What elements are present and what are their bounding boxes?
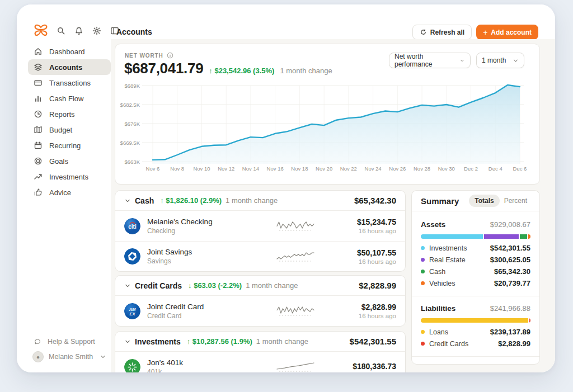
app-window: Accounts Refresh all + Add account Dashb… <box>17 4 555 372</box>
amex-logo: AM EX <box>124 303 140 319</box>
sidebar-label: Budget <box>49 126 72 134</box>
section-total: $2,828.99 <box>359 281 396 290</box>
legend-dot <box>421 330 425 334</box>
sidebar-item-accounts[interactable]: Accounts <box>28 59 111 75</box>
user-menu[interactable]: ● Melanie Smith <box>28 349 111 365</box>
liabilities-allocation-bar <box>421 318 530 323</box>
add-account-button[interactable]: + Add account <box>476 25 538 40</box>
fidelity-logo <box>124 359 140 373</box>
account-type: Checking <box>147 227 269 235</box>
summary-title: Summary <box>421 196 459 206</box>
section-change-note: 1 month change <box>246 281 298 290</box>
chevron-down-icon <box>100 353 106 360</box>
account-updated: 16 hours ago <box>337 228 396 234</box>
topbar: Accounts Refresh all + Add account <box>17 4 555 39</box>
calendar-icon <box>34 141 43 150</box>
sidebar-item-recurring[interactable]: Recurring <box>28 138 111 153</box>
account-balance: $180,336.73 <box>337 362 396 371</box>
sidebar-item-reports[interactable]: Reports <box>28 106 111 122</box>
account-type: 401k <box>147 368 269 373</box>
toggle-totals[interactable]: Totals <box>469 195 499 207</box>
section-change: ↑ $10,287.56 (1.9%) <box>187 337 252 346</box>
svg-text:EX: EX <box>129 311 135 316</box>
search-icon[interactable] <box>56 26 66 36</box>
sidebar-item-cashflow[interactable]: Cash Flow <box>28 91 111 106</box>
legend-dot <box>421 258 425 262</box>
account-row-joint-savings[interactable]: Joint Savings Savings $50,107.55 16 hour… <box>115 241 405 271</box>
section-change: ↓ $63.03 (-2.2%) <box>188 281 242 290</box>
sidebar-item-dashboard[interactable]: Dashboard <box>28 44 111 59</box>
bell-icon[interactable] <box>74 26 84 36</box>
legend-row-credit-cards: Credit Cards $2,828.99 <box>421 338 530 350</box>
sidebar-item-budget[interactable]: Budget <box>28 122 111 138</box>
chat-bubble-icon <box>34 338 41 346</box>
cash-section-header[interactable]: Cash ↑ $1,826.10 (2.9%) 1 month change $… <box>115 191 405 211</box>
sidebar-item-goals[interactable]: Goals <box>28 153 111 169</box>
investments-section-header[interactable]: Investments ↑ $10,287.56 (1.9%) 1 month … <box>115 332 405 352</box>
refresh-all-label: Refresh all <box>430 29 464 36</box>
chase-logo <box>124 248 140 265</box>
sidebar-item-advice[interactable]: Advice <box>28 185 111 200</box>
map-icon <box>34 125 43 134</box>
section-name: Investments <box>135 337 181 346</box>
liabilities-label: Liabilities <box>421 304 455 313</box>
account-name: Melanie's Checking <box>147 218 269 226</box>
legend-row-investments: Investments $542,301.55 <box>421 242 530 254</box>
sparkline <box>276 361 315 372</box>
chevron-down-icon <box>124 197 131 204</box>
section-name: Credit Cards <box>135 281 182 290</box>
sidebar-item-investments[interactable]: Investments <box>28 169 111 185</box>
investments-section-card: Investments ↑ $10,287.56 (1.9%) 1 month … <box>115 331 406 372</box>
sidebar-label: Recurring <box>49 141 81 150</box>
net-worth-card: NET WORTH $687,041.79 ↑ $23,542.96 (3.5%… <box>115 44 540 185</box>
summary-card: Summary Totals Percent Assets $929,008.6… <box>411 190 540 365</box>
user-name: Melanie Smith <box>49 353 93 361</box>
account-balance: $2,828.99 <box>337 303 396 311</box>
liabilities-total: $241,966.88 <box>490 304 530 313</box>
toggle-percent[interactable]: Percent <box>501 195 530 207</box>
legend-dot <box>421 270 425 273</box>
sidebar-label: Reports <box>49 110 75 119</box>
sidebar-item-transactions[interactable]: Transactions <box>28 75 111 91</box>
home-icon <box>34 47 43 56</box>
section-change: ↑ $1,826.10 (2.9%) <box>160 196 222 205</box>
section-change-note: 1 month change <box>256 337 308 346</box>
page-title: Accounts <box>116 27 152 36</box>
trend-up-icon <box>34 172 43 181</box>
sidebar-label: Cash Flow <box>49 95 83 103</box>
legend-dot <box>421 281 425 285</box>
cash-section-card: Cash ↑ $1,826.10 (2.9%) 1 month change $… <box>115 190 406 272</box>
assets-label: Assets <box>421 220 445 229</box>
section-name: Cash <box>135 196 154 205</box>
legend-row-loans: Loans $239,137.89 <box>421 326 530 338</box>
net-worth-chart[interactable] <box>115 44 541 185</box>
account-row-melanies-checking[interactable]: citi Melanie's Checking Checking $15,234… <box>115 211 405 241</box>
legend-dot <box>421 246 425 250</box>
topbar-icons <box>56 26 120 36</box>
sparkline <box>276 220 315 232</box>
bar-chart-icon <box>34 94 43 103</box>
account-updated: 16 hours ago <box>337 258 396 265</box>
refresh-icon <box>420 29 427 36</box>
refresh-all-button[interactable]: Refresh all <box>412 25 472 40</box>
sidebar-label: Accounts <box>49 63 82 72</box>
credit-cards-section-card: Credit Cards ↓ $63.03 (-2.2%) 1 month ch… <box>115 275 406 327</box>
account-name: Joint Credit Card <box>147 303 269 311</box>
clock-icon <box>34 110 43 119</box>
section-total: $542,301.55 <box>350 337 396 346</box>
credit-cards-section-header[interactable]: Credit Cards ↓ $63.03 (-2.2%) 1 month ch… <box>115 276 405 296</box>
gear-icon[interactable] <box>92 26 102 36</box>
sidebar-label: Goals <box>49 157 68 166</box>
assets-allocation-bar <box>421 234 530 239</box>
section-change-note: 1 month change <box>226 196 278 205</box>
account-type: Credit Card <box>147 312 269 320</box>
account-row-jons-401k[interactable]: Jon's 401k 401k $180,336.73 <box>115 352 405 372</box>
sidebar-label: Advice <box>49 188 71 197</box>
summary-toggle: Totals Percent <box>469 195 530 207</box>
help-support-link[interactable]: Help & Support <box>28 334 111 349</box>
account-row-joint-credit-card[interactable]: AM EX Joint Credit Card Credit Card $2,8… <box>115 296 405 326</box>
citi-logo: citi <box>124 218 140 234</box>
monarch-logo <box>34 23 48 37</box>
legend-dot <box>421 342 425 346</box>
legend-row-real-estate: Real Estate $300,625.05 <box>421 254 530 266</box>
